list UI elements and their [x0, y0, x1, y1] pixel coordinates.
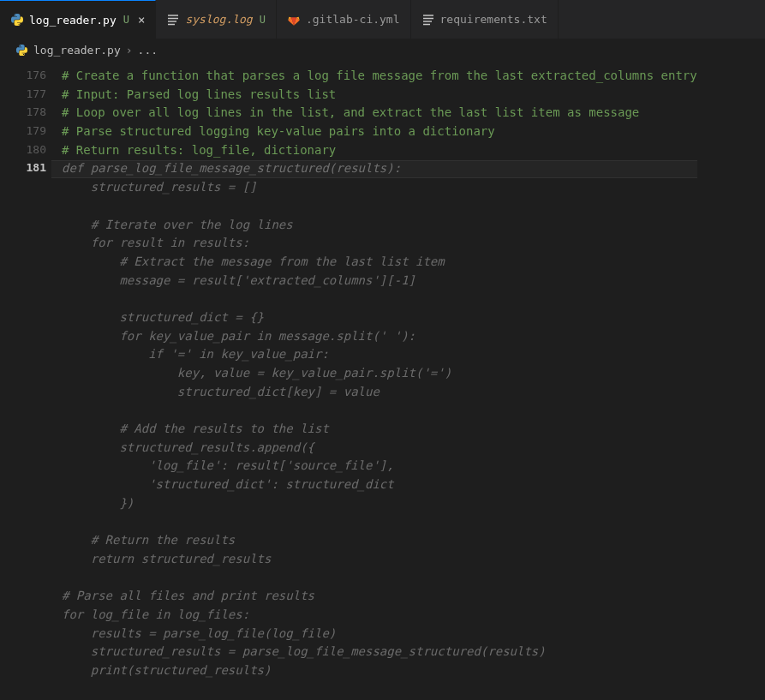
close-icon[interactable]: ×: [138, 13, 145, 27]
breadcrumb[interactable]: log_reader.py › ...: [0, 39, 765, 60]
tab-label: syslog.log: [185, 13, 252, 26]
code-area[interactable]: # Create a function that parses a log fi…: [51, 60, 697, 680]
lines-icon: [166, 13, 180, 27]
tab-requirements[interactable]: requirements.txt: [411, 0, 559, 39]
breadcrumb-more: ...: [138, 44, 158, 57]
tab-log-reader[interactable]: log_reader.py U ×: [0, 0, 156, 39]
tab-label: requirements.txt: [440, 13, 547, 26]
tab-label: log_reader.py: [29, 14, 117, 27]
tabs-bar: log_reader.py U × syslog.log U .gitlab-c…: [0, 0, 765, 39]
gitlab-icon: [287, 13, 301, 27]
tab-gitlab-ci[interactable]: .gitlab-ci.yml: [277, 0, 411, 39]
editor[interactable]: 176177178179180181 # Create a function t…: [0, 60, 765, 680]
chevron-right-icon: ›: [126, 44, 133, 57]
tab-syslog[interactable]: syslog.log U: [156, 0, 277, 39]
line-number-gutter: 176177178179180181: [0, 60, 51, 680]
modified-indicator: U: [260, 14, 266, 26]
modified-indicator: U: [123, 14, 129, 26]
tab-label: .gitlab-ci.yml: [306, 13, 400, 26]
python-icon: [10, 13, 24, 27]
lines-icon: [421, 13, 435, 27]
breadcrumb-file: log_reader.py: [33, 44, 121, 57]
python-icon: [15, 43, 28, 57]
